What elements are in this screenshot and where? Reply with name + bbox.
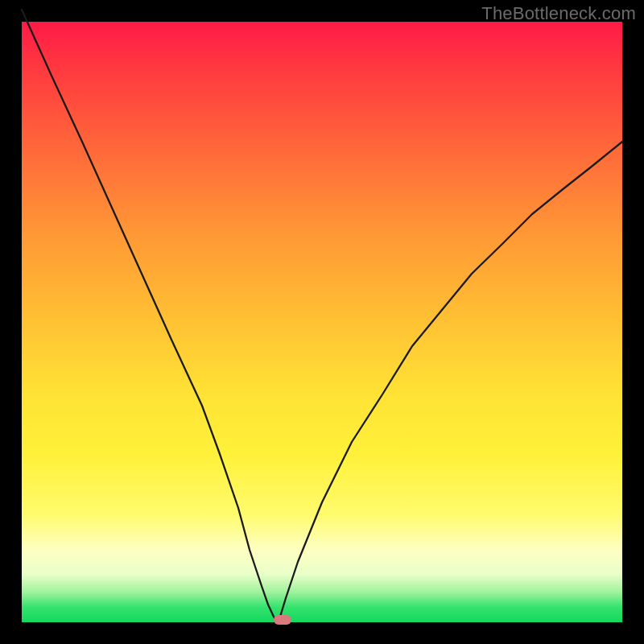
plot-area <box>22 22 622 622</box>
watermark-text: TheBottleneck.com <box>481 3 636 24</box>
minimum-marker <box>274 615 291 625</box>
bottleneck-curve <box>22 22 622 622</box>
chart-frame: TheBottleneck.com <box>0 0 644 644</box>
curve-path <box>22 10 622 622</box>
